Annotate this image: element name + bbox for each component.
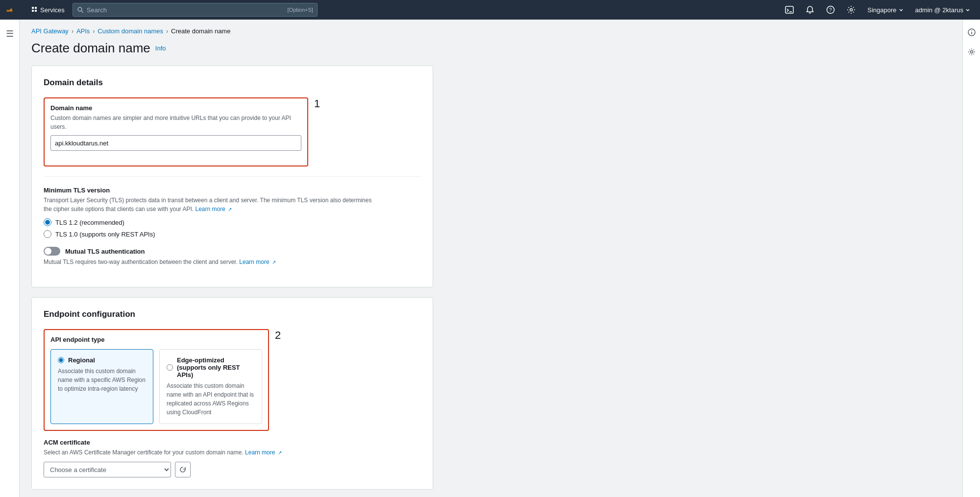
right-sidebar: [962, 20, 980, 497]
gear-icon: [847, 5, 856, 14]
acm-certificate-section: ACM certificate Select an AWS Certificat…: [44, 439, 421, 477]
domain-name-field-row: Domain name Custom domain names are simp…: [44, 97, 421, 166]
domain-name-outlined-box: Domain name Custom domain names are simp…: [44, 97, 308, 166]
terminal-icon-button[interactable]: [781, 3, 798, 16]
tls-description: Transport Layer Security (TLS) protects …: [44, 196, 377, 213]
edge-option-title: Edge-optimized (supports only REST APIs): [167, 356, 255, 379]
endpoint-type-outlined-box: API endpoint type Regional Associate thi…: [44, 329, 269, 431]
domain-details-title: Domain details: [44, 78, 421, 88]
regional-option-title: Regional: [58, 356, 146, 364]
breadcrumb-sep-1: ›: [72, 28, 74, 35]
tls-learn-more-link[interactable]: Learn more ↗: [196, 206, 232, 213]
tls-version-field-group: Minimum TLS version Transport Layer Secu…: [44, 187, 421, 238]
right-settings-button[interactable]: [965, 45, 979, 61]
edge-optimized-endpoint-option[interactable]: Edge-optimized (supports only REST APIs)…: [159, 349, 262, 424]
search-bar: [Option+S]: [73, 3, 318, 17]
acm-external-icon: ↗: [278, 449, 282, 456]
sidebar-toggle-button[interactable]: ☰: [3, 25, 17, 42]
refresh-certificate-button[interactable]: [175, 462, 191, 477]
breadcrumb-sep-2: ›: [93, 28, 95, 35]
settings-button[interactable]: [843, 3, 859, 16]
endpoint-type-field-row: API endpoint type Regional Associate thi…: [44, 329, 421, 431]
tls-12-option[interactable]: TLS 1.2 (recommended): [44, 218, 421, 226]
acm-certificate-select[interactable]: Choose a certificate: [44, 462, 171, 477]
edge-optimized-radio[interactable]: [167, 364, 173, 371]
right-gear-icon: [968, 48, 976, 56]
tls-10-label: TLS 1.0 (supports only REST APIs): [55, 231, 155, 238]
account-selector[interactable]: admin @ 2ktarus: [911, 6, 974, 14]
breadcrumb-custom-domain-names[interactable]: Custom domain names: [98, 27, 163, 35]
services-menu-button[interactable]: Services: [27, 4, 69, 16]
tls-label: Minimum TLS version: [44, 187, 421, 194]
account-chevron-icon: [965, 7, 970, 12]
search-shortcut: [Option+S]: [288, 7, 313, 13]
step-number-2: 2: [275, 329, 281, 342]
regional-radio[interactable]: [58, 357, 64, 363]
svg-line-6: [81, 11, 83, 13]
regional-option-desc: Associate this custom domain name with a…: [58, 367, 146, 393]
right-info-button[interactable]: [965, 25, 979, 41]
svg-rect-3: [32, 10, 34, 12]
terminal-icon: [785, 5, 794, 14]
endpoint-type-label: API endpoint type: [50, 336, 262, 343]
breadcrumb: API Gateway › APIs › Custom domain names…: [31, 27, 951, 35]
info-icon: [968, 28, 976, 36]
chevron-down-icon: [899, 7, 904, 12]
acm-certificate-row: Choose a certificate: [44, 462, 421, 477]
help-button[interactable]: ?: [822, 3, 839, 16]
section-divider-1: [44, 176, 421, 177]
breadcrumb-current: Create domain name: [171, 27, 230, 35]
region-selector[interactable]: Singapore: [863, 6, 907, 14]
grid-icon: [31, 6, 38, 13]
tls-learn-more-external-icon: ↗: [228, 206, 232, 213]
aws-logo: aws: [6, 4, 24, 15]
bell-icon: [806, 5, 814, 14]
domain-details-card: Domain details Domain name Custom domain…: [31, 66, 433, 287]
tls-radio-group: TLS 1.2 (recommended) TLS 1.0 (supports …: [44, 218, 421, 238]
endpoint-configuration-title: Endpoint configuration: [44, 309, 421, 319]
regional-endpoint-option[interactable]: Regional Associate this custom domain na…: [50, 349, 153, 424]
tls-10-radio[interactable]: [44, 230, 51, 238]
endpoint-configuration-card: Endpoint configuration API endpoint type…: [31, 297, 433, 490]
domain-name-label: Domain name: [50, 104, 301, 112]
edge-option-desc: Associate this custom domain name with a…: [167, 381, 255, 417]
info-link[interactable]: Info: [155, 45, 166, 52]
svg-rect-2: [35, 7, 37, 9]
main-content: API Gateway › APIs › Custom domain names…: [20, 20, 962, 497]
mutual-tls-external-icon: ↗: [272, 259, 276, 266]
search-icon: [77, 6, 84, 13]
notifications-button[interactable]: [802, 3, 818, 16]
svg-point-14: [971, 30, 972, 31]
mutual-tls-toggle-row: Mutual TLS authentication: [44, 247, 421, 256]
search-input[interactable]: [87, 6, 288, 14]
page-title: Create domain name: [31, 41, 150, 56]
acm-description: Select an AWS Certificate Manager certif…: [44, 448, 421, 457]
svg-text:aws: aws: [6, 9, 13, 12]
domain-name-input[interactable]: [50, 135, 301, 151]
acm-label: ACM certificate: [44, 439, 421, 446]
page-title-row: Create domain name Info: [31, 41, 951, 56]
svg-rect-1: [32, 7, 34, 9]
tls-12-label: TLS 1.2 (recommended): [55, 219, 124, 226]
domain-name-description: Custom domain names are simpler and more…: [50, 114, 301, 131]
top-navigation: aws Services [Option+S]: [0, 0, 980, 20]
svg-point-15: [970, 51, 973, 53]
help-icon: ?: [826, 5, 835, 14]
endpoint-options: Regional Associate this custom domain na…: [50, 349, 262, 424]
mutual-tls-field-group: Mutual TLS authentication Mutual TLS req…: [44, 247, 421, 266]
acm-learn-more-link[interactable]: Learn more ↗: [245, 449, 282, 456]
tls-12-radio[interactable]: [44, 218, 51, 226]
refresh-icon: [179, 466, 186, 473]
svg-text:?: ?: [829, 7, 832, 13]
breadcrumb-api-gateway[interactable]: API Gateway: [31, 27, 69, 35]
mutual-tls-toggle[interactable]: [44, 247, 60, 256]
svg-point-5: [78, 7, 82, 11]
mutual-tls-description: Mutual TLS requires two-way authenticati…: [44, 258, 421, 266]
mutual-tls-learn-more-link[interactable]: Learn more ↗: [239, 259, 276, 265]
svg-rect-7: [785, 6, 793, 13]
breadcrumb-apis[interactable]: APIs: [76, 27, 90, 35]
step-number-1: 1: [314, 97, 320, 110]
tls-10-option[interactable]: TLS 1.0 (supports only REST APIs): [44, 230, 421, 238]
breadcrumb-sep-3: ›: [166, 28, 168, 35]
domain-name-field-group: Domain name Custom domain names are simp…: [50, 104, 301, 151]
